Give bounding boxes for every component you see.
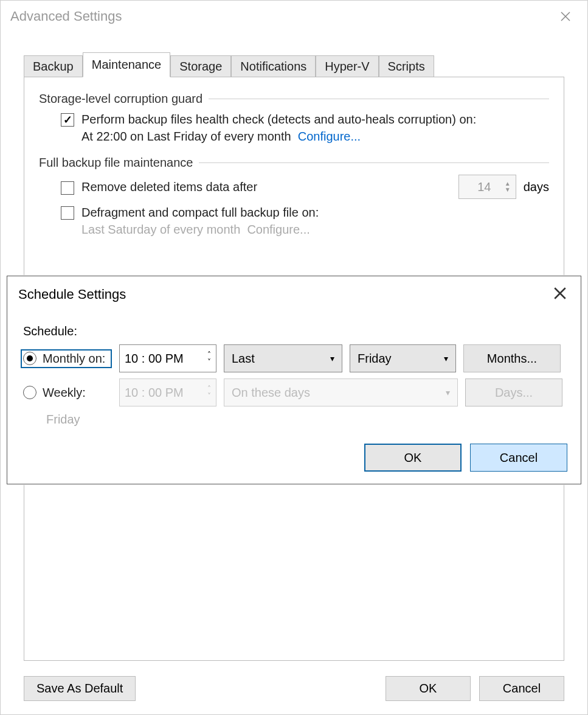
divider: [209, 99, 549, 99]
dialog-title: Schedule Settings: [18, 287, 550, 302]
tab-bar: Backup Maintenance Storage Notifications…: [24, 52, 587, 77]
weekly-days-summary: Friday: [46, 413, 567, 427]
tab-storage[interactable]: Storage: [170, 55, 231, 77]
ok-button[interactable]: OK: [386, 676, 471, 701]
defragment-configure-link: Configure...: [247, 223, 310, 236]
monthly-radio-option[interactable]: Monthly on:: [21, 349, 112, 368]
time-spinner-icon: ˄˅: [207, 351, 211, 366]
defragment-checkbox[interactable]: [61, 206, 74, 220]
tab-scripts[interactable]: Scripts: [379, 55, 434, 77]
healthcheck-checkbox[interactable]: [61, 113, 74, 127]
months-button[interactable]: Months...: [463, 344, 561, 372]
dialog-cancel-button[interactable]: Cancel: [470, 444, 567, 472]
weekly-radio[interactable]: [23, 386, 36, 399]
group-storage-corruption-guard: Storage-level corruption guard: [39, 92, 209, 106]
monthly-radio[interactable]: [23, 352, 36, 365]
window-title: Advanced Settings: [10, 9, 553, 24]
schedule-label: Schedule:: [23, 324, 567, 338]
remove-days-spinner[interactable]: 14 ▲▼: [458, 175, 516, 199]
days-button: Days...: [465, 378, 562, 406]
weekly-radio-option[interactable]: Weekly:: [21, 383, 112, 402]
dialog-close-button[interactable]: [550, 285, 570, 304]
remove-deleted-checkbox[interactable]: [61, 181, 74, 195]
divider: [199, 162, 549, 163]
tab-backup[interactable]: Backup: [24, 55, 83, 77]
tab-maintenance[interactable]: Maintenance: [83, 52, 171, 77]
days-unit-label: days: [524, 180, 549, 194]
chevron-down-icon: ▾: [446, 388, 450, 397]
monthly-time-input[interactable]: 10 : 00 PM ˄˅: [119, 344, 216, 372]
dialog-ok-button[interactable]: OK: [364, 444, 462, 472]
healthcheck-label: Perform backup files health check (detec…: [81, 111, 549, 145]
defragment-label: Defragment and compact full backup file …: [81, 204, 549, 238]
time-spinner-icon: ˄˅: [207, 385, 211, 400]
healthcheck-configure-link[interactable]: Configure...: [298, 130, 361, 143]
weekly-days-dropdown: On these days ▾: [224, 378, 458, 406]
monthly-ordinal-dropdown[interactable]: Last ▾: [224, 344, 342, 372]
group-full-backup-maintenance: Full backup file maintenance: [39, 156, 199, 170]
tab-notifications[interactable]: Notifications: [231, 55, 316, 77]
cancel-button[interactable]: Cancel: [479, 676, 564, 701]
chevron-down-icon: ▾: [444, 354, 448, 363]
save-as-default-button[interactable]: Save As Default: [24, 676, 136, 701]
window-close-button[interactable]: [553, 4, 578, 29]
weekly-time-input: 10 : 00 PM ˄˅: [119, 378, 216, 406]
chevron-down-icon: ▾: [330, 354, 334, 363]
schedule-settings-dialog: Schedule Settings Schedule: Monthly on: …: [7, 276, 581, 484]
spinner-arrows-icon: ▲▼: [505, 181, 511, 193]
tab-hyperv[interactable]: Hyper-V: [316, 55, 378, 77]
remove-deleted-label: Remove deleted items data after: [81, 178, 458, 195]
monthly-day-dropdown[interactable]: Friday ▾: [350, 344, 456, 372]
